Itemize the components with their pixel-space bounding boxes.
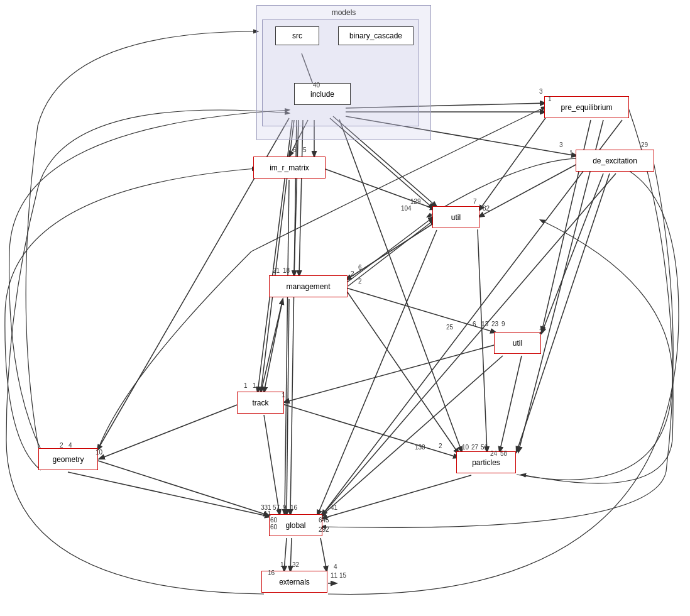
edge-label-2c: 2 [539, 328, 543, 335]
edge-label-1b: 1 [569, 150, 573, 157]
edge-label-2a: 2 [351, 270, 354, 277]
edge-label-16: 16 [290, 504, 297, 511]
svg-line-24 [517, 173, 610, 452]
edge-label-2b: 2 [358, 278, 362, 285]
edge-label-40: 40 [313, 82, 320, 89]
edge-label-1f: 1 [280, 561, 284, 568]
src-node[interactable]: src [275, 26, 319, 45]
svg-line-28 [478, 229, 487, 452]
edge-label-1a: 1 [548, 96, 552, 102]
edge-label-57: 57 [273, 504, 280, 511]
svg-line-45 [346, 221, 437, 280]
svg-line-13 [348, 219, 435, 286]
binary-cascade-node[interactable]: binary_cascade [338, 26, 413, 45]
svg-line-19 [261, 299, 283, 393]
edge-label-60b: 60 [270, 524, 277, 531]
svg-line-9 [479, 116, 547, 211]
edge-label-29: 29 [641, 141, 648, 148]
svg-line-31 [264, 415, 280, 515]
svg-line-35 [317, 230, 437, 515]
svg-line-6 [479, 163, 578, 217]
svg-line-10 [294, 120, 298, 276]
edge-label-645: 645 [319, 517, 329, 524]
diagram-container: models src binary_cascade include im_r_m… [0, 0, 690, 616]
track-node[interactable]: track [237, 392, 284, 414]
edge-label-10b: 10 [462, 444, 469, 451]
edge-label-130: 130 [415, 444, 425, 451]
im-r-matrix-node[interactable]: im_r_matrix [253, 157, 326, 179]
svg-line-29 [290, 120, 297, 515]
svg-line-32 [320, 356, 503, 517]
svg-line-46 [284, 344, 496, 402]
edge-label-1c: 1 [244, 382, 248, 389]
svg-line-15 [542, 173, 603, 333]
edge-label-51: 51 [481, 444, 488, 451]
edge-label-4b: 4 [334, 563, 337, 570]
edge-label-129: 129 [410, 198, 421, 205]
svg-line-21 [68, 472, 270, 517]
svg-line-33 [322, 475, 471, 519]
edge-label-2e: 2 [439, 443, 442, 449]
edge-label-41: 41 [331, 504, 337, 511]
edge-label-6c: 6 [473, 321, 476, 327]
edge-label-292: 292 [319, 526, 329, 533]
edge-label-9b: 9 [283, 504, 287, 511]
edge-label-32: 32 [292, 561, 299, 568]
edge-label-13: 13 [481, 321, 488, 327]
svg-line-38 [285, 180, 289, 515]
svg-line-39 [284, 538, 287, 571]
include-node[interactable]: include [294, 83, 351, 105]
svg-line-27 [346, 290, 459, 454]
edge-label-4: 4 [68, 442, 72, 449]
edge-label-60a: 60 [270, 517, 277, 524]
models-label: models [332, 8, 356, 17]
edge-label-11b: 11 [331, 572, 337, 579]
svg-line-41 [320, 538, 327, 571]
util-mid-node[interactable]: util [494, 332, 541, 354]
edge-label-3a: 3 [539, 88, 543, 95]
models-container: models src binary_cascade include [256, 5, 431, 140]
edge-label-3b: 3 [559, 141, 563, 148]
edge-label-1e: 1 [282, 392, 285, 399]
svg-line-26 [283, 404, 459, 458]
edge-label-104: 104 [401, 205, 412, 212]
edge-label-2d: 2 [60, 442, 63, 449]
edge-label-1d: 1 [253, 382, 256, 389]
svg-line-40 [290, 538, 292, 571]
management-node[interactable]: management [269, 275, 348, 297]
edge-label-7: 7 [473, 198, 477, 205]
svg-line-12 [346, 217, 434, 283]
edge-label-25: 25 [446, 324, 453, 331]
edge-label-23: 23 [491, 321, 498, 327]
de-excitation-node[interactable]: de_excitation [576, 150, 654, 172]
edge-label-9: 9 [501, 321, 505, 327]
svg-line-23 [500, 356, 522, 452]
pre-equilibrium-node[interactable]: pre_equilibrium [544, 96, 629, 118]
edge-label-16b: 16 [268, 569, 275, 576]
edge-label-82: 82 [483, 205, 490, 212]
edge-label-6: 6 [293, 146, 297, 153]
edge-label-15: 15 [339, 572, 346, 579]
edge-label-10a: 10 [96, 449, 102, 456]
geometry-node[interactable]: geometry [38, 448, 98, 470]
svg-line-30 [287, 299, 289, 515]
svg-line-11 [299, 120, 303, 276]
edge-label-18: 18 [283, 267, 290, 274]
svg-line-44 [264, 299, 283, 392]
edge-label-21: 21 [273, 267, 280, 274]
svg-line-34 [98, 461, 269, 515]
svg-line-47 [99, 404, 239, 459]
edge-label-24: 24 [490, 450, 497, 457]
svg-line-22 [339, 119, 462, 452]
edge-label-27: 27 [471, 444, 478, 451]
edge-label-6b: 6 [358, 264, 362, 271]
util-top-node[interactable]: util [432, 206, 479, 228]
edge-label-5: 5 [303, 146, 307, 153]
edge-label-58: 58 [500, 450, 507, 457]
